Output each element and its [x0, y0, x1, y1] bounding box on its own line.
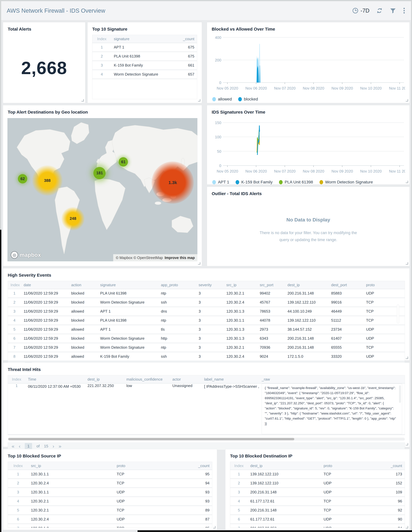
geo-bubble[interactable]: 388 [32, 165, 63, 196]
column-header[interactable]: dest_ip [248, 462, 321, 470]
column-header[interactable]: proto [114, 462, 184, 470]
column-header[interactable]: dest_ip [85, 375, 124, 383]
panel-resize-handle[interactable] [406, 443, 408, 445]
legend-item[interactable]: Worm Detection Signature [320, 180, 373, 184]
panel-title: Top 10 Blocked Destination IP [225, 449, 410, 460]
table-header-row: Indexsignature_count [92, 35, 197, 43]
column-header[interactable]: Index [230, 462, 248, 470]
table-row: 1 06/11/2020 12:37:00 AM +0530 221.207.3… [8, 383, 405, 435]
column-header[interactable]: _raw [259, 375, 405, 383]
prev-page-icon[interactable]: ‹ [19, 443, 20, 449]
legend-item[interactable]: K-159 Bot Family [235, 180, 273, 184]
table-cell: 200.216.31.148 [285, 334, 329, 343]
horizontal-scrollbar-track[interactable] [8, 438, 405, 441]
panel-resize-handle[interactable] [406, 526, 408, 528]
legend-item[interactable]: PLA Unit 61398 [279, 180, 313, 184]
vertical-scrollbar[interactable] [397, 304, 399, 323]
table-cell: 5 [230, 506, 248, 515]
raw-cell-scrollbar[interactable] [399, 385, 401, 403]
first-page-icon[interactable]: « [12, 443, 14, 449]
geo-bubble-value: 388 [44, 178, 50, 183]
geo-bubble[interactable]: 62 [18, 174, 27, 183]
column-header[interactable]: action [69, 281, 98, 289]
horizontal-scrollbar-thumb[interactable] [8, 438, 294, 440]
column-header[interactable]: src_port [257, 281, 285, 289]
panel-resize-handle[interactable] [213, 526, 216, 528]
column-header[interactable]: Index [8, 375, 25, 383]
last-page-icon[interactable]: » [59, 443, 61, 449]
panel-resize-handle[interactable] [406, 99, 408, 102]
column-header[interactable]: Index [8, 281, 21, 289]
geo-bubble[interactable]: 181 [93, 167, 106, 179]
column-header[interactable]: src_ip [224, 281, 257, 289]
table-cell: 90 [380, 515, 405, 524]
column-header[interactable]: src_ip [28, 462, 114, 470]
table-cell: 2 [92, 52, 111, 61]
table-cell: Worm Detection Signature [98, 298, 158, 307]
column-header[interactable]: proto [363, 281, 405, 289]
table-cell: 99016 [329, 298, 363, 307]
panel-resize-handle[interactable] [81, 99, 84, 102]
legend-item[interactable]: APT 1 [212, 180, 229, 184]
panel-resize-handle[interactable] [406, 357, 408, 359]
table-row: 2PLA Unit 61398675 [92, 52, 197, 61]
improve-map-link[interactable]: Improve this map [165, 256, 195, 260]
column-header[interactable]: Index [92, 35, 111, 43]
column-header[interactable]: dest_port [329, 281, 363, 289]
column-header[interactable]: _count [380, 462, 405, 470]
filter-icon[interactable] [390, 7, 396, 14]
legend-item[interactable]: blocked [238, 97, 258, 102]
geo-bubble[interactable]: 61 [118, 157, 128, 167]
world-map[interactable]: 62 388 181 61 1.3k 248 ◎ mapbox © Mapbox… [7, 118, 197, 261]
current-page[interactable]: 1 [25, 443, 32, 449]
column-header[interactable]: dest_ip [285, 281, 329, 289]
table-cell: 120.30.2.1 [28, 506, 114, 515]
bottom-scrollbar[interactable] [137, 530, 412, 532]
mapbox-logo[interactable]: ◎ mapbox [11, 251, 41, 259]
table-cell: 3 [196, 298, 224, 307]
column-header[interactable]: proto [321, 462, 380, 470]
column-header[interactable]: actor [170, 375, 201, 383]
column-header[interactable]: app_proto [158, 281, 196, 289]
table-cell: 1 [92, 43, 111, 52]
next-page-icon[interactable]: › [53, 443, 54, 449]
attribution-text[interactable]: © Mapbox © OpenStreetMap [116, 256, 163, 260]
table-cell: 61.177.172.61 [248, 497, 321, 506]
table-cell: 120.30.2.4 [28, 515, 114, 524]
column-header[interactable]: date [21, 281, 69, 289]
table-cell: 92 [380, 506, 405, 515]
column-header[interactable]: _count [171, 35, 197, 43]
time-range-value[interactable]: -7D [361, 8, 370, 14]
svg-text:0: 0 [219, 163, 221, 168]
column-header[interactable]: Index [8, 462, 28, 470]
table-cell: UDP [321, 515, 380, 524]
legend-dot [212, 180, 216, 184]
column-header[interactable]: _count [184, 462, 212, 470]
column-header[interactable]: signature [111, 35, 171, 43]
table-cell: 84 [380, 524, 405, 528]
table-cell: 44.100.10.249 [285, 307, 329, 316]
column-header[interactable]: Time [25, 375, 85, 383]
panel-resize-handle[interactable] [198, 262, 200, 265]
column-header[interactable]: malicious_confidence [124, 375, 170, 383]
panel-resize-handle[interactable] [406, 262, 408, 265]
svg-text:Nov 05 2020: Nov 05 2020 [217, 169, 238, 173]
legend-item[interactable]: allowed [212, 97, 232, 102]
column-header[interactable]: signature [98, 281, 158, 289]
clock-icon[interactable] [352, 7, 359, 14]
panel-resize-handle[interactable] [198, 99, 200, 102]
table-cell: 95 [184, 470, 212, 479]
panel-resize-handle[interactable] [406, 181, 408, 183]
table-row: 3K-159 Bot Family661 [92, 61, 197, 70]
column-header[interactable]: severity [196, 281, 224, 289]
table-cell: blocked [69, 298, 98, 307]
column-header[interactable]: label_name [201, 375, 259, 383]
geo-bubble[interactable]: 1.3k [151, 162, 194, 204]
kebab-menu-icon[interactable] [403, 7, 405, 14]
refresh-icon[interactable] [376, 7, 383, 14]
legend-label: blocked [244, 97, 258, 102]
raw-log-cell[interactable]: { "firewall_name": "example-firewall", "… [262, 383, 402, 434]
geo-bubble[interactable]: 248 [61, 207, 85, 230]
table-row: 661.177.172.61UDP90 [230, 515, 405, 524]
table-cell: 2 [8, 479, 28, 488]
